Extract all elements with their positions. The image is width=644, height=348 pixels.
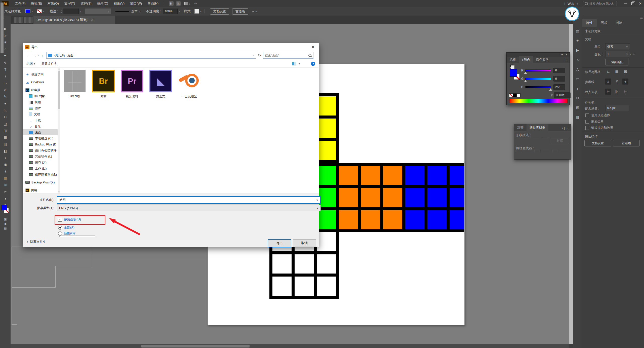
style-swatch[interactable] [194, 9, 199, 14]
G-slider[interactable] [525, 78, 551, 80]
workspace-switcher[interactable]: Web [568, 2, 574, 6]
sidebar-item[interactable]: 工作 (L:) [23, 166, 58, 172]
stroke-panel-icon[interactable]: ◑ [573, 55, 582, 65]
chevron-down-icon[interactable]: ∨ [253, 54, 254, 57]
merge-icon[interactable] [534, 151, 540, 156]
savetype-dropdown[interactable]: PNG (*.PNG) ∨ [57, 205, 321, 211]
minimize-button[interactable] [621, 0, 629, 7]
tab-layers[interactable]: 图层 [612, 19, 626, 27]
new-folder-button[interactable]: 新建文件夹 [42, 62, 57, 66]
show-guides-icon[interactable]: # [605, 79, 611, 85]
draw-mode-icons[interactable]: ▣◨⬓ [0, 217, 11, 230]
history-chevron-icon[interactable]: ∨ [37, 54, 39, 57]
unite-icon[interactable] [516, 138, 522, 143]
document-tab[interactable]: UV.png* @ 100% (RGB/GPU 预览) ✕ [33, 16, 115, 24]
sidebar-item[interactable]: 设计办公类软件 [23, 147, 58, 153]
intersect-icon[interactable] [533, 138, 539, 143]
black-swatch[interactable] [513, 93, 517, 97]
layout-icon[interactable] [184, 2, 188, 5]
collapse-panels-icon[interactable]: »» [640, 17, 643, 19]
export-button[interactable]: 导出 [268, 239, 291, 247]
character-panel-icon[interactable]: A [573, 65, 582, 74]
document-setup-button[interactable]: 文档设置 [210, 8, 229, 15]
hex-field[interactable]: 0000ff [554, 92, 571, 98]
checkbox-icon[interactable] [585, 126, 589, 130]
pen-tool-icon[interactable]: ✒ [0, 52, 11, 59]
tab-pathfinder[interactable]: 路径查找器 [527, 124, 548, 131]
organize-button[interactable]: 组织 [26, 62, 33, 66]
sidebar-item[interactable]: 3D 对象 [23, 93, 58, 99]
st-app-icon[interactable]: St [176, 1, 181, 6]
trim-icon[interactable] [525, 151, 531, 156]
column-graph-tool-icon[interactable]: ▥ [0, 175, 11, 181]
sidebar-item[interactable]: 文档 [23, 111, 58, 117]
preference-checkbox[interactable]: 使用预览边界 [585, 113, 610, 118]
color-spectrum-bar[interactable] [509, 99, 568, 103]
artboards-panel-icon[interactable]: ⊞ [573, 103, 582, 112]
sidebar-item[interactable]: Backup Plus (D [23, 141, 58, 147]
minus-front-icon[interactable] [525, 138, 531, 143]
dialog-close-icon[interactable]: ✕ [311, 45, 315, 50]
menu-item[interactable]: 文字(T) [62, 1, 78, 6]
pencil-tool-icon[interactable]: ✎ [0, 93, 11, 100]
swap-colors-icon[interactable] [510, 64, 513, 68]
sidebar-item[interactable]: ☁OneDrive [23, 79, 58, 85]
sidebar-item[interactable]: 图片 [23, 105, 58, 111]
chevron-down-icon[interactable]: ∨ [80, 10, 82, 13]
sidebar-item[interactable]: 缓存 (J:) [23, 160, 58, 166]
adjustments-panel-icon[interactable]: ✦ [573, 36, 582, 46]
sidebar-item[interactable]: Ps此电脑 [23, 87, 58, 93]
menu-item[interactable]: 视图(V) [111, 1, 127, 6]
smart-guides-icon[interactable]: ϟ [622, 79, 628, 85]
lock-guides-icon[interactable]: # [614, 79, 620, 85]
sidebar-item[interactable]: 其他软件 (I:) [23, 153, 58, 160]
tab-color-guide[interactable]: 颜色参考 [533, 56, 552, 63]
stroke-color-swatch[interactable] [37, 9, 42, 13]
snap-point-icon[interactable]: ⊨ [622, 89, 628, 95]
slice-tool-icon[interactable]: ✂ [0, 188, 11, 195]
hide-folders-button[interactable]: ∧ 隐藏文件夹 [26, 240, 46, 244]
menu-item[interactable]: 对象(O) [45, 1, 62, 6]
stroke-weight-stepper[interactable]: ⌃⌄ [61, 10, 62, 13]
sidebar-item[interactable]: ★快速访问 [23, 71, 58, 78]
menu-item[interactable]: 效果(C) [94, 1, 111, 6]
vertical-scrollbar-thumb[interactable] [1, 3, 4, 53]
back-icon[interactable]: ← [26, 53, 30, 58]
sidebar-item[interactable]: 供应商资料 (M:) [23, 172, 58, 178]
tab-color[interactable]: ↕ 颜色 [519, 56, 533, 63]
minus-back-icon[interactable] [561, 151, 568, 156]
file-item[interactable]: UV.png [63, 70, 86, 99]
ruler-icon[interactable]: ∟ [605, 68, 611, 74]
exclude-icon[interactable] [542, 138, 548, 143]
checkbox-icon[interactable] [585, 113, 589, 117]
help-icon[interactable]: ? [311, 62, 315, 66]
preference-checkbox[interactable]: 缩放描边和效果 [585, 126, 613, 130]
sidebar-item[interactable]: Br网络 [23, 187, 58, 193]
file-item[interactable]: ◣野鹿志 [149, 70, 172, 99]
sidebar-item[interactable]: 视频 [23, 99, 58, 105]
menu-item[interactable]: 编辑(E) [28, 1, 45, 6]
eraser-tool-icon[interactable]: ◺ [0, 107, 11, 113]
adobe-stock-search[interactable]: 搜索 Adobe Stock [583, 1, 617, 6]
br-app-icon[interactable]: Br [169, 1, 174, 6]
breadcrumb-segment[interactable]: 此电脑 [55, 53, 65, 58]
menu-item[interactable]: 窗口(W) [127, 1, 145, 6]
file-item[interactable]: Br素材 [92, 70, 115, 99]
line-tool-icon[interactable]: ∖ [0, 73, 11, 80]
type-tool-icon[interactable]: T [0, 66, 11, 73]
chevron-down-icon[interactable]: ∨ [255, 10, 257, 13]
snap-grid-icon[interactable]: ⊢ [605, 89, 611, 95]
opacity-field[interactable]: 100% [163, 9, 178, 14]
quick-document-setup-button[interactable]: 文档设置 [584, 140, 611, 146]
gradient-panel-icon[interactable]: ◐ [573, 84, 582, 93]
slider-thumb[interactable] [549, 88, 552, 91]
sidebar-item[interactable]: 桌面 [23, 129, 58, 135]
view-mode-icon[interactable] [292, 62, 296, 65]
fill-indicator[interactable] [2, 205, 7, 210]
B-slider[interactable] [525, 86, 551, 88]
search-input[interactable]: 搜索"桌面" [263, 52, 313, 59]
stepper-icon[interactable]: > [179, 10, 180, 13]
breadcrumb-segment[interactable]: 桌面 [67, 53, 73, 58]
dialog-title-bar[interactable]: Ai 导出 ✕ [23, 43, 319, 51]
chevron-down-icon[interactable]: ∨ [43, 10, 45, 13]
